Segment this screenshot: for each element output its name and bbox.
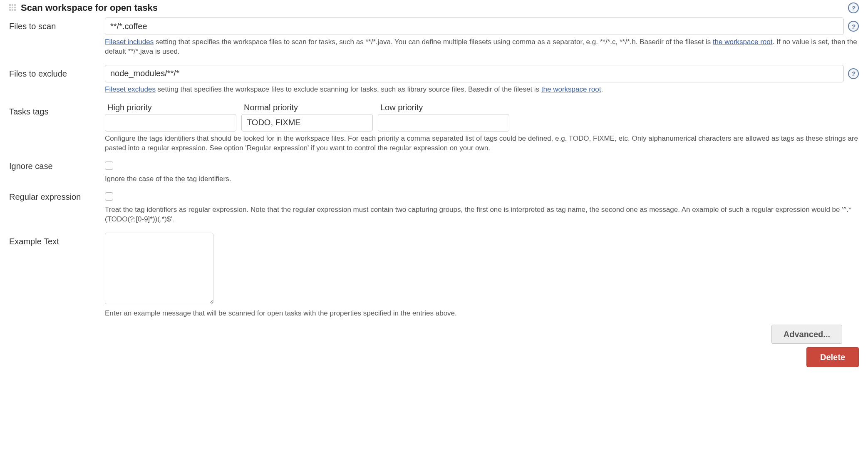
normal-priority-input[interactable] bbox=[241, 114, 373, 132]
regular-expression-label: Regular expression bbox=[9, 192, 105, 202]
high-priority-label: High priority bbox=[107, 103, 236, 112]
high-priority-input[interactable] bbox=[105, 114, 236, 132]
ignore-case-checkbox[interactable] bbox=[105, 161, 113, 170]
tasks-tags-description: Configure the tags identifiers that shou… bbox=[105, 134, 859, 153]
delete-button[interactable]: Delete bbox=[806, 347, 859, 367]
tasks-tags-label: Tasks tags bbox=[9, 103, 105, 117]
normal-priority-label: Normal priority bbox=[244, 103, 373, 112]
drag-handle-icon[interactable] bbox=[9, 4, 17, 12]
advanced-button[interactable]: Advanced... bbox=[771, 325, 842, 344]
ignore-case-label: Ignore case bbox=[9, 161, 105, 171]
fileset-excludes-link[interactable]: Fileset excludes bbox=[105, 85, 156, 93]
regular-expression-description: Treat the tag identifiers as regular exp… bbox=[105, 205, 859, 224]
low-priority-label: Low priority bbox=[380, 103, 509, 112]
example-text-input[interactable] bbox=[105, 233, 213, 304]
example-text-label: Example Text bbox=[9, 233, 105, 246]
example-text-description: Enter an example message that will be sc… bbox=[105, 309, 859, 318]
ignore-case-description: Ignore the case of the the tag identifie… bbox=[105, 174, 859, 184]
workspace-root-link[interactable]: the workspace root bbox=[713, 38, 773, 46]
help-icon[interactable]: ? bbox=[848, 21, 859, 32]
files-to-exclude-input[interactable] bbox=[105, 65, 844, 82]
section-title: Scan workspace for open tasks bbox=[21, 2, 158, 13]
files-to-scan-label: Files to scan bbox=[9, 17, 105, 31]
regular-expression-checkbox[interactable] bbox=[105, 192, 113, 201]
help-icon[interactable]: ? bbox=[848, 68, 859, 79]
files-to-scan-input[interactable] bbox=[105, 17, 844, 35]
low-priority-input[interactable] bbox=[378, 114, 509, 132]
files-to-exclude-description: Fileset excludes setting that specifies … bbox=[105, 85, 859, 94]
fileset-includes-link[interactable]: Fileset includes bbox=[105, 38, 154, 46]
files-to-exclude-label: Files to exclude bbox=[9, 65, 105, 79]
workspace-root-link[interactable]: the workspace root bbox=[541, 85, 601, 93]
files-to-scan-description: Fileset includes setting that specifies … bbox=[105, 37, 859, 57]
help-icon[interactable]: ? bbox=[848, 2, 859, 13]
